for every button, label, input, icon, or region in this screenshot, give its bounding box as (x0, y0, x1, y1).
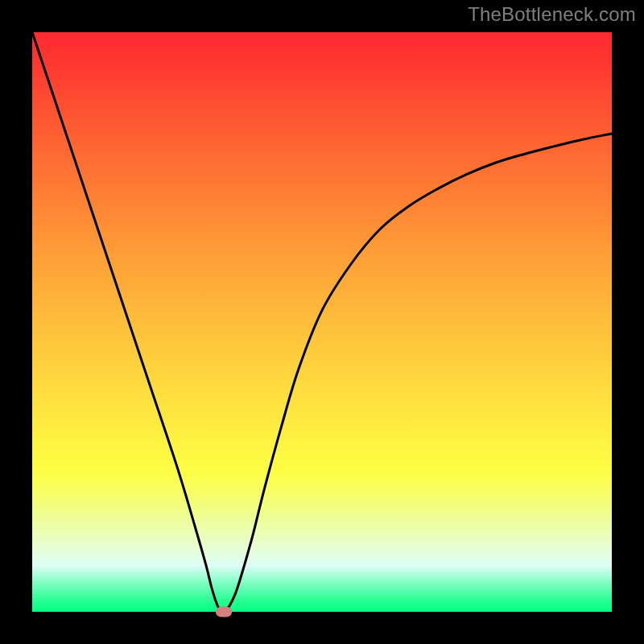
chart-frame: TheBottleneck.com (0, 0, 644, 644)
optimal-point-marker (216, 607, 232, 617)
bottleneck-curve (32, 32, 612, 612)
watermark-text: TheBottleneck.com (468, 3, 636, 26)
